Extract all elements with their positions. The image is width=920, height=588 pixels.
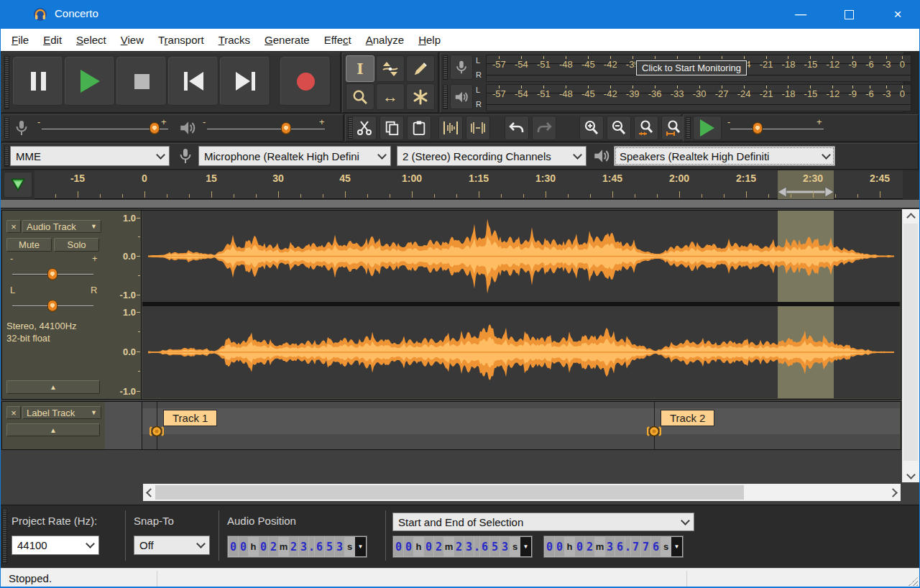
horizontal-scrollbar[interactable]: [143, 484, 901, 501]
selection-mode-dropdown[interactable]: Start and End of Selection: [392, 513, 694, 531]
time-field-dropdown[interactable]: ▼: [520, 537, 531, 556]
playback-meter-grip[interactable]: [443, 85, 448, 109]
audio-host-dropdown[interactable]: MME: [10, 146, 170, 166]
time-digit[interactable]: h: [565, 537, 574, 556]
trim-audio-button[interactable]: [438, 116, 463, 140]
horizontal-scroll-thumb[interactable]: [155, 485, 744, 500]
zoom-tool-button[interactable]: [346, 83, 374, 110]
redo-button[interactable]: [532, 116, 556, 140]
label-track-close-button[interactable]: ×: [6, 406, 21, 419]
label-text[interactable]: Track 1: [163, 410, 217, 426]
time-digit[interactable]: .: [309, 537, 314, 556]
time-digit[interactable]: 7: [641, 537, 650, 556]
monitoring-tooltip[interactable]: Click to Start Monitoring: [636, 60, 747, 75]
selection-tool-button[interactable]: I: [346, 55, 374, 82]
label-marker-icon[interactable]: [647, 423, 661, 439]
label-track-menu-button[interactable]: Label Track ▼: [22, 406, 101, 419]
draw-tool-button[interactable]: [406, 55, 435, 82]
time-digit[interactable]: 6: [615, 537, 625, 556]
menu-edit[interactable]: Edit: [36, 29, 69, 51]
gain-slider-thumb[interactable]: [47, 268, 58, 280]
label-marker-icon[interactable]: [150, 423, 164, 439]
time-digit[interactable]: 0: [545, 537, 554, 556]
time-digit[interactable]: 3: [464, 537, 474, 556]
time-digit[interactable]: 3: [335, 537, 344, 556]
label-text[interactable]: Track 2: [661, 410, 714, 426]
time-digit[interactable]: 0: [424, 537, 433, 556]
waveform-channel-right[interactable]: [142, 306, 900, 398]
playback-volume-slider[interactable]: [207, 129, 325, 130]
audio-track-close-button[interactable]: ×: [6, 220, 21, 233]
resize-grip[interactable]: [908, 576, 918, 586]
menu-help[interactable]: Help: [411, 29, 448, 51]
time-digit[interactable]: 2: [289, 537, 298, 556]
vertical-ruler[interactable]: 1.00.0-1.01.00.0-1.0: [105, 211, 142, 399]
time-digit[interactable]: m: [444, 537, 454, 556]
time-digit[interactable]: m: [595, 537, 604, 556]
playback-meter-speaker-button[interactable]: [450, 84, 473, 109]
silence-audio-button[interactable]: [466, 116, 490, 140]
time-digit[interactable]: 0: [239, 537, 248, 556]
time-digit[interactable]: 6: [315, 537, 324, 556]
selection-end-field[interactable]: 00h02m36.776s▼: [543, 536, 684, 558]
title-bar[interactable]: Concerto — ×: [0, 0, 920, 29]
time-digit[interactable]: 0: [555, 537, 564, 556]
playback-meter-scale[interactable]: -57-54-51-48-45-42-39-36-33-30-27-24-21-…: [486, 84, 911, 111]
selection-toolbar-grip[interactable]: [2, 509, 7, 564]
playback-volume-thumb[interactable]: [281, 122, 291, 134]
maximize-button[interactable]: [831, 0, 867, 29]
pause-button[interactable]: [13, 57, 63, 106]
time-digit[interactable]: 2: [454, 537, 464, 556]
zoom-out-button[interactable]: [607, 116, 631, 140]
time-digit[interactable]: s: [345, 537, 354, 556]
playback-device-dropdown[interactable]: Speakers (Realtek High Definiti: [614, 146, 835, 166]
minimize-button[interactable]: —: [783, 0, 819, 29]
envelope-tool-button[interactable]: [376, 55, 405, 82]
fit-project-button[interactable]: [661, 116, 686, 140]
vertical-scrollbar[interactable]: [902, 209, 919, 482]
scroll-left-arrow[interactable]: [144, 484, 155, 501]
play-at-speed-button[interactable]: [693, 116, 722, 140]
time-digit[interactable]: .: [474, 537, 479, 556]
skip-to-end-button[interactable]: [220, 57, 270, 106]
stop-button[interactable]: [116, 57, 167, 106]
scroll-right-arrow[interactable]: [889, 484, 899, 501]
zoom-in-button[interactable]: [579, 116, 604, 140]
close-button[interactable]: ×: [878, 0, 918, 29]
time-digit[interactable]: 2: [269, 537, 278, 556]
paste-button[interactable]: [407, 116, 431, 140]
time-digit[interactable]: 5: [325, 537, 334, 556]
time-digit[interactable]: 5: [490, 537, 500, 556]
time-digit[interactable]: h: [414, 537, 423, 556]
play-at-speed-grip[interactable]: [686, 117, 691, 139]
time-field-dropdown[interactable]: ▼: [355, 537, 366, 556]
time-digit[interactable]: 0: [404, 537, 413, 556]
menu-analyze[interactable]: Analyze: [359, 29, 411, 51]
multi-tool-button[interactable]: [406, 83, 435, 110]
menu-select[interactable]: Select: [69, 29, 114, 51]
solo-button[interactable]: Solo: [54, 238, 99, 252]
time-digit[interactable]: h: [249, 537, 258, 556]
play-speed-thumb[interactable]: [753, 122, 763, 134]
time-digit[interactable]: 6: [651, 537, 661, 556]
time-digit[interactable]: s: [661, 537, 671, 556]
selection-resize-arrows[interactable]: [778, 186, 834, 198]
mixer-toolbar-grip[interactable]: [4, 117, 9, 139]
copy-button[interactable]: [380, 116, 404, 140]
time-digit[interactable]: 2: [434, 537, 443, 556]
play-speed-slider[interactable]: [730, 129, 824, 130]
menu-view[interactable]: View: [114, 29, 151, 51]
timeline-ruler[interactable]: -1501530451:001:151:301:452:002:152:302:…: [34, 170, 903, 199]
recording-device-dropdown[interactable]: Microphone (Realtek High Defini: [198, 146, 391, 166]
skip-to-start-button[interactable]: [168, 57, 218, 106]
time-digit[interactable]: 0: [229, 537, 238, 556]
time-digit[interactable]: 6: [480, 537, 489, 556]
fit-selection-button[interactable]: [634, 116, 658, 140]
pan-slider-thumb[interactable]: [47, 300, 58, 312]
time-digit[interactable]: s: [510, 537, 520, 556]
project-rate-dropdown[interactable]: 44100: [12, 536, 99, 555]
menu-generate[interactable]: Generate: [257, 29, 317, 51]
scrub-ruler[interactable]: [0, 200, 920, 208]
time-digit[interactable]: 0: [259, 537, 268, 556]
time-digit[interactable]: 0: [575, 537, 584, 556]
